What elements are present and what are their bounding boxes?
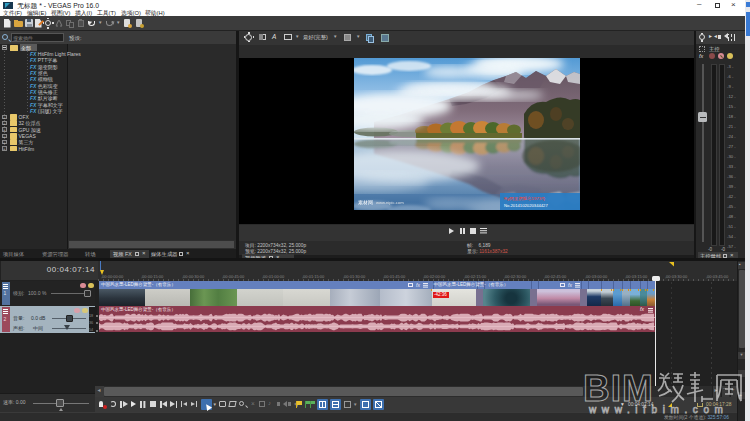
svg-text:www.nipic.com: www.nipic.com bbox=[376, 200, 404, 205]
svg-text:Ry阿里旗舰店1973号: Ry阿里旗舰店1973号 bbox=[504, 196, 546, 201]
svg-text:No.2014102020344427: No.2014102020344427 bbox=[504, 203, 548, 208]
svg-text:素材网: 素材网 bbox=[358, 199, 373, 206]
